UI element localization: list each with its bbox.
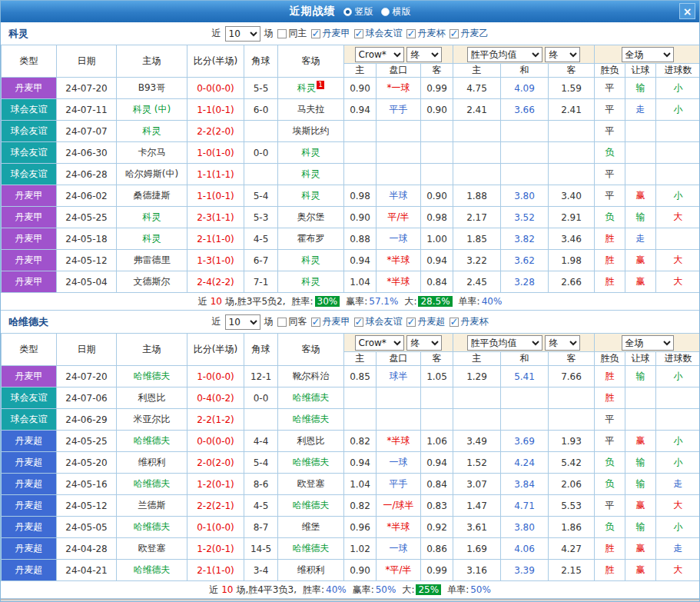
ah-away-odds: 0.94 [421, 250, 453, 271]
handicap: 一球 [377, 538, 421, 560]
league-filter-label: 球会友谊 [366, 27, 403, 40]
league-filter-checkbox-0-1[interactable]: 球会友谊 [354, 27, 403, 40]
checkbox-checked-icon[interactable] [406, 29, 416, 38]
eu-draw-odds: 3.69 [501, 431, 549, 452]
team-sections: 科灵 近 10 场 同主 丹麦甲球会友谊丹麦杯丹麦乙 类型日期主场比分(半场)角… [1, 22, 699, 599]
company-select[interactable]: Crow* [355, 335, 404, 351]
ah-away-odds: 1.06 [421, 431, 453, 452]
goals-over-under [656, 142, 700, 164]
handicap: 平/半 [377, 207, 421, 228]
games-count-select[interactable]: 10 [225, 314, 260, 330]
filter-controls: 近 10 场 同主 丹麦甲球会友谊丹麦杯丹麦乙 [1, 26, 699, 42]
league-badge: 丹麦甲 [2, 228, 57, 250]
away-team: 奥尔堡 [278, 207, 344, 228]
eu-draw-odds: 3.84 [501, 474, 549, 495]
ah-home-odds: 0.98 [344, 185, 377, 207]
ah-home-odds [344, 142, 377, 164]
league-badge: 球会友谊 [2, 121, 57, 142]
avg-state-select[interactable]: 终 [545, 335, 580, 351]
match-date: 24-05-20 [57, 452, 117, 474]
company-state-select[interactable]: 终 [406, 335, 442, 351]
scope-select[interactable]: 全场 [622, 335, 674, 351]
scope-select[interactable]: 全场 [622, 47, 674, 62]
league-filter-checkbox-0-3[interactable]: 丹麦乙 [450, 27, 489, 40]
goals-over-under: 小 [656, 452, 700, 474]
away-team: 科灵 [278, 185, 344, 207]
score: 0-4(0-2) [187, 387, 244, 409]
ah-away-odds: 0.84 [421, 271, 453, 293]
checkbox-checked-icon[interactable] [406, 318, 416, 327]
away-team: 科灵 [278, 164, 344, 185]
company-state-select[interactable]: 终 [406, 47, 442, 62]
score: 1-2(0-1) [187, 538, 244, 560]
ah-home-odds: 0.96 [344, 517, 377, 538]
red-card-badge: 1 [317, 81, 324, 89]
same-venue-checkbox[interactable]: 同主 [277, 27, 307, 40]
column-subheader: 进球数 [656, 64, 700, 78]
match-date: 24-05-25 [57, 207, 117, 228]
league-filter-checkbox-1-1[interactable]: 球会友谊 [354, 315, 403, 328]
same-venue-checkbox[interactable]: 同客 [277, 315, 307, 328]
layout-radio-vertical[interactable]: 竖版 [343, 5, 373, 18]
match-row: 丹麦超 24-05-05 哈维德夫 0-1(0-0) 8-7 维堡 0.96 *… [2, 517, 700, 538]
eu-draw-odds [501, 387, 549, 409]
league-badge: 球会友谊 [2, 409, 57, 431]
eu-home-odds: 2.17 [453, 207, 501, 228]
home-team: 哈维德夫 [117, 366, 187, 387]
away-team: 科灵 [278, 250, 344, 271]
league-filter-checkbox-1-3[interactable]: 丹麦杯 [450, 315, 489, 328]
checkbox-checked-icon[interactable] [354, 318, 363, 327]
games-count-select[interactable]: 10 [225, 26, 260, 42]
league-badge: 丹麦甲 [2, 207, 57, 228]
match-row: 球会友谊 24-06-28 哈尔姆斯(中) 1-1(1-1) 科灵 平 [2, 164, 700, 185]
handicap: *半球 [377, 271, 421, 293]
eu-draw-odds [501, 164, 549, 185]
league-filter-checkbox-0-0[interactable]: 丹麦甲 [311, 27, 350, 40]
checkbox-checked-icon[interactable] [311, 29, 320, 38]
score: 2-2(1-2) [187, 409, 244, 431]
layout-radio-horizontal[interactable]: 横版 [381, 5, 411, 18]
league-filter-checkbox-1-0[interactable]: 丹麦甲 [311, 315, 350, 328]
team-name: 哈维德夫 [8, 315, 48, 329]
close-icon: × [683, 5, 692, 18]
match-row: 丹麦超 24-04-28 欧登塞 1-2(0-1) 14-5 哈维德夫 1.02… [2, 538, 700, 560]
checkbox-unchecked-icon[interactable] [277, 29, 287, 38]
close-button[interactable]: × [679, 3, 695, 19]
matches-table: 类型日期主场比分(半场)角球客场 Crow* 终 胜平负均值 终 全场 主盘口客… [1, 333, 700, 581]
checkbox-checked-icon[interactable] [354, 29, 363, 38]
league-filter-checkbox-0-2[interactable]: 丹麦杯 [406, 27, 446, 40]
checkbox-checked-icon[interactable] [450, 29, 459, 38]
goals-over-under: 走 [656, 474, 700, 495]
match-date: 24-05-04 [57, 271, 117, 293]
match-date: 24-06-02 [57, 185, 117, 207]
match-date: 24-07-20 [57, 366, 117, 387]
corners: 4-5 [244, 495, 278, 517]
stat-label: 单率: [447, 584, 469, 597]
avg-select[interactable]: 胜平负均值 [467, 335, 542, 351]
league-badge: 球会友谊 [2, 387, 57, 409]
avg-select[interactable]: 胜平负均值 [467, 47, 542, 62]
column-subheader: 和 [501, 64, 549, 78]
result: 平 [595, 121, 625, 142]
checkbox-checked-icon[interactable] [311, 318, 320, 327]
column-subheader: 客 [421, 352, 453, 366]
match-row: 丹麦超 24-05-16 哈维德夫 1-2(0-1) 8-6 欧登塞 1.04 … [2, 474, 700, 495]
ah-away-odds: 0.99 [421, 560, 453, 581]
checkbox-checked-icon[interactable] [450, 318, 459, 327]
handicap-result: 走 [625, 99, 656, 121]
corners [244, 164, 278, 185]
goals-over-under [656, 121, 700, 142]
company-select[interactable]: Crow* [355, 47, 404, 62]
goals-over-under: 小 [656, 431, 700, 452]
avg-state-select[interactable]: 终 [545, 47, 580, 62]
league-filter-checkbox-1-2[interactable]: 丹麦超 [406, 315, 446, 328]
ah-home-odds: 0.94 [344, 452, 377, 474]
eu-home-odds: 1.29 [453, 366, 501, 387]
stat-label: 大: [404, 295, 416, 308]
games-suffix-label: 场 [264, 27, 274, 40]
match-date: 24-06-28 [57, 164, 117, 185]
away-team: 哈维德夫 [278, 387, 344, 409]
result: 胜 [595, 560, 625, 581]
checkbox-unchecked-icon[interactable] [277, 318, 287, 327]
handicap: 一球 [377, 452, 421, 474]
